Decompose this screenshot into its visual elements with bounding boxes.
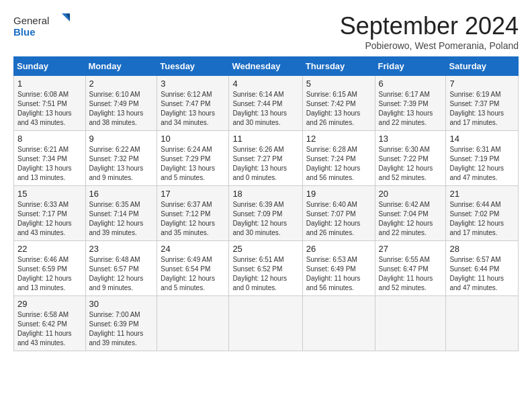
table-row: 14Sunrise: 6:31 AMSunset: 7:19 PMDayligh… (446, 131, 519, 186)
table-row: 22Sunrise: 6:46 AMSunset: 6:59 PMDayligh… (14, 241, 86, 296)
header: General Blue September 2024 Pobierowo, W… (13, 12, 519, 51)
day-info: Sunrise: 6:30 AMSunset: 7:22 PMDaylight:… (379, 145, 443, 183)
day-number: 7 (449, 79, 515, 89)
table-row: 13Sunrise: 6:30 AMSunset: 7:22 PMDayligh… (375, 131, 446, 186)
table-row (157, 296, 229, 351)
day-number: 9 (89, 134, 154, 144)
calendar-row: 29Sunrise: 6:58 AMSunset: 6:42 PMDayligh… (14, 296, 519, 351)
day-info: Sunrise: 6:46 AMSunset: 6:59 PMDaylight:… (17, 255, 82, 293)
day-info: Sunrise: 6:33 AMSunset: 7:17 PMDaylight:… (17, 200, 82, 238)
day-number: 16 (89, 189, 154, 199)
col-sunday: Sunday (14, 57, 86, 76)
day-info: Sunrise: 6:31 AMSunset: 7:19 PMDaylight:… (449, 145, 515, 183)
day-info: Sunrise: 6:10 AMSunset: 7:49 PMDaylight:… (89, 90, 154, 128)
day-number: 25 (232, 244, 298, 254)
day-number: 11 (232, 134, 298, 144)
calendar-row: 15Sunrise: 6:33 AMSunset: 7:17 PMDayligh… (14, 186, 519, 241)
table-row (375, 296, 446, 351)
table-row: 9Sunrise: 6:22 AMSunset: 7:32 PMDaylight… (85, 131, 157, 186)
logo-svg: General Blue (13, 12, 74, 40)
day-info: Sunrise: 6:26 AMSunset: 7:27 PMDaylight:… (232, 145, 298, 183)
calendar-row: 8Sunrise: 6:21 AMSunset: 7:34 PMDaylight… (14, 131, 519, 186)
col-monday: Monday (85, 57, 157, 76)
day-number: 12 (306, 134, 371, 144)
day-info: Sunrise: 6:51 AMSunset: 6:52 PMDaylight:… (232, 255, 298, 293)
day-info: Sunrise: 6:57 AMSunset: 6:44 PMDaylight:… (449, 255, 515, 293)
location-subtitle: Pobierowo, West Pomerania, Poland (340, 40, 519, 51)
table-row: 23Sunrise: 6:48 AMSunset: 6:57 PMDayligh… (85, 241, 157, 296)
day-number: 14 (449, 134, 515, 144)
logo: General Blue (13, 12, 74, 40)
table-row: 26Sunrise: 6:53 AMSunset: 6:49 PMDayligh… (302, 241, 375, 296)
table-row: 21Sunrise: 6:44 AMSunset: 7:02 PMDayligh… (446, 186, 519, 241)
table-row: 24Sunrise: 6:49 AMSunset: 6:54 PMDayligh… (157, 241, 229, 296)
svg-text:Blue: Blue (13, 26, 36, 38)
table-row: 4Sunrise: 6:14 AMSunset: 7:44 PMDaylight… (229, 76, 302, 131)
header-row: Sunday Monday Tuesday Wednesday Thursday… (14, 57, 519, 76)
day-info: Sunrise: 6:42 AMSunset: 7:04 PMDaylight:… (379, 200, 443, 238)
day-info: Sunrise: 6:22 AMSunset: 7:32 PMDaylight:… (89, 145, 154, 183)
table-row (229, 296, 302, 351)
day-number: 3 (161, 79, 225, 89)
day-info: Sunrise: 6:15 AMSunset: 7:42 PMDaylight:… (306, 90, 371, 128)
day-info: Sunrise: 6:08 AMSunset: 7:51 PMDaylight:… (17, 90, 82, 128)
table-row: 2Sunrise: 6:10 AMSunset: 7:49 PMDaylight… (85, 76, 157, 131)
day-number: 6 (379, 79, 443, 89)
table-row (446, 296, 519, 351)
day-info: Sunrise: 6:35 AMSunset: 7:14 PMDaylight:… (89, 200, 154, 238)
day-info: Sunrise: 6:49 AMSunset: 6:54 PMDaylight:… (161, 255, 225, 293)
col-friday: Friday (375, 57, 446, 76)
col-wednesday: Wednesday (229, 57, 302, 76)
day-number: 2 (89, 79, 154, 89)
table-row: 30Sunrise: 7:00 AMSunset: 6:39 PMDayligh… (85, 296, 157, 351)
table-row: 11Sunrise: 6:26 AMSunset: 7:27 PMDayligh… (229, 131, 302, 186)
day-number: 4 (232, 79, 298, 89)
day-info: Sunrise: 6:55 AMSunset: 6:47 PMDaylight:… (379, 255, 443, 293)
month-title: September 2024 (340, 12, 519, 40)
calendar-row: 22Sunrise: 6:46 AMSunset: 6:59 PMDayligh… (14, 241, 519, 296)
table-row: 1Sunrise: 6:08 AMSunset: 7:51 PMDaylight… (14, 76, 86, 131)
day-info: Sunrise: 6:39 AMSunset: 7:09 PMDaylight:… (232, 200, 298, 238)
day-info: Sunrise: 6:48 AMSunset: 6:57 PMDaylight:… (89, 255, 154, 293)
day-number: 23 (89, 244, 154, 254)
table-row: 6Sunrise: 6:17 AMSunset: 7:39 PMDaylight… (375, 76, 446, 131)
table-row: 20Sunrise: 6:42 AMSunset: 7:04 PMDayligh… (375, 186, 446, 241)
day-number: 24 (161, 244, 225, 254)
day-number: 30 (89, 299, 154, 309)
day-number: 27 (379, 244, 443, 254)
table-row: 19Sunrise: 6:40 AMSunset: 7:07 PMDayligh… (302, 186, 375, 241)
day-number: 1 (17, 79, 82, 89)
table-row: 5Sunrise: 6:15 AMSunset: 7:42 PMDaylight… (302, 76, 375, 131)
day-number: 20 (379, 189, 443, 199)
day-number: 15 (17, 189, 82, 199)
table-row: 15Sunrise: 6:33 AMSunset: 7:17 PMDayligh… (14, 186, 86, 241)
day-info: Sunrise: 6:19 AMSunset: 7:37 PMDaylight:… (449, 90, 515, 128)
table-row: 18Sunrise: 6:39 AMSunset: 7:09 PMDayligh… (229, 186, 302, 241)
day-info: Sunrise: 6:58 AMSunset: 6:42 PMDaylight:… (17, 310, 82, 348)
day-info: Sunrise: 6:17 AMSunset: 7:39 PMDaylight:… (379, 90, 443, 128)
table-row: 29Sunrise: 6:58 AMSunset: 6:42 PMDayligh… (14, 296, 86, 351)
table-row: 12Sunrise: 6:28 AMSunset: 7:24 PMDayligh… (302, 131, 375, 186)
table-row: 8Sunrise: 6:21 AMSunset: 7:34 PMDaylight… (14, 131, 86, 186)
table-row: 17Sunrise: 6:37 AMSunset: 7:12 PMDayligh… (157, 186, 229, 241)
day-info: Sunrise: 6:14 AMSunset: 7:44 PMDaylight:… (232, 90, 298, 128)
calendar-table: Sunday Monday Tuesday Wednesday Thursday… (13, 56, 519, 351)
day-info: Sunrise: 6:53 AMSunset: 6:49 PMDaylight:… (306, 255, 371, 293)
day-number: 18 (232, 189, 298, 199)
day-number: 22 (17, 244, 82, 254)
day-info: Sunrise: 6:40 AMSunset: 7:07 PMDaylight:… (306, 200, 371, 238)
col-tuesday: Tuesday (157, 57, 229, 76)
table-row: 28Sunrise: 6:57 AMSunset: 6:44 PMDayligh… (446, 241, 519, 296)
day-number: 10 (161, 134, 225, 144)
day-number: 5 (306, 79, 371, 89)
col-thursday: Thursday (302, 57, 375, 76)
col-saturday: Saturday (446, 57, 519, 76)
day-info: Sunrise: 6:28 AMSunset: 7:24 PMDaylight:… (306, 145, 371, 183)
day-info: Sunrise: 6:44 AMSunset: 7:02 PMDaylight:… (449, 200, 515, 238)
title-area: September 2024 Pobierowo, West Pomerania… (340, 12, 519, 51)
day-info: Sunrise: 6:12 AMSunset: 7:47 PMDaylight:… (161, 90, 225, 128)
table-row: 3Sunrise: 6:12 AMSunset: 7:47 PMDaylight… (157, 76, 229, 131)
table-row: 7Sunrise: 6:19 AMSunset: 7:37 PMDaylight… (446, 76, 519, 131)
day-info: Sunrise: 6:21 AMSunset: 7:34 PMDaylight:… (17, 145, 82, 183)
day-number: 19 (306, 189, 371, 199)
